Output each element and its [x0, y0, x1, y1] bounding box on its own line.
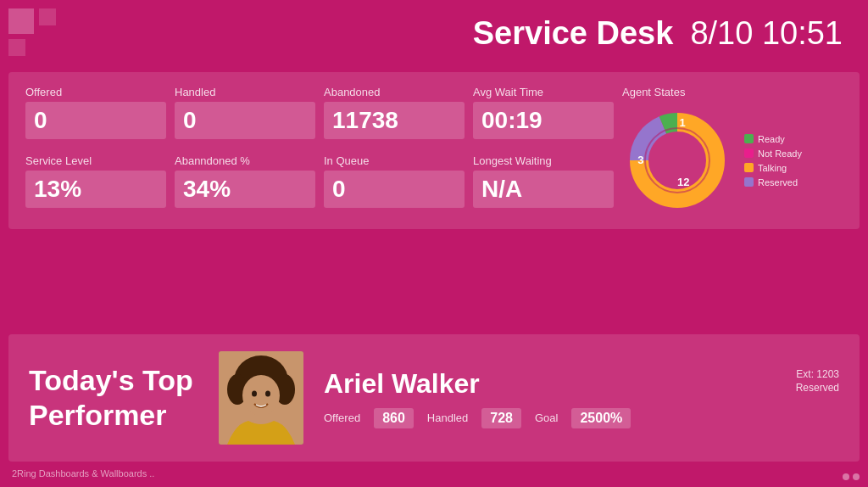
donut-chart: 3 1 12 [622, 105, 732, 216]
abandoned-value: 11738 [332, 107, 398, 133]
legend-reserved: Reserved [744, 177, 802, 188]
performer-avatar [219, 351, 303, 445]
stats-section: Offered 0 Service Level 13% Handled 0 Ab… [8, 72, 860, 229]
performer-status: Reserved [796, 382, 839, 394]
legend-not-ready: Not Ready [744, 148, 802, 159]
in-queue-value: 0 [332, 176, 346, 202]
in-queue-value-box: 0 [324, 171, 465, 208]
performer-stats-row: Offered 860 Handled 728 Goal 2500% [324, 408, 839, 428]
in-queue-label: In Queue [324, 154, 465, 167]
abandoned-pct-label: Abanndoned % [175, 154, 315, 167]
svg-point-10 [265, 391, 270, 397]
wait-group: Avg Wait Time 00:19 Longest Waiting N/A [473, 86, 614, 208]
in-queue-stat: In Queue 0 [324, 154, 465, 208]
ready-label: Ready [758, 134, 785, 144]
perf-handled-label: Handled [427, 411, 468, 424]
abandoned-pct-stat: Abanndoned % 34% [175, 154, 315, 208]
perf-offered-value: 860 [374, 408, 414, 428]
handled-label: Handled [175, 86, 315, 98]
footer: 2Ring Dashboards & Wallboards .. [12, 465, 154, 480]
abandoned-group: Abandoned 11738 In Queue 0 [324, 86, 465, 208]
talking-label: Talking [758, 163, 787, 173]
page-title: Service Desk [473, 15, 674, 52]
handled-value: 0 [183, 107, 197, 133]
offered-value-box: 0 [25, 102, 166, 139]
avg-wait-value-box: 00:19 [473, 102, 614, 139]
legend-ready: Ready [744, 134, 802, 144]
service-level-value-box: 13% [25, 171, 166, 208]
top-performer-section: Today's Top Performer [8, 334, 860, 462]
header: Service Desk 8/10 10:51 [473, 15, 843, 52]
handled-stat: Handled 0 [175, 86, 315, 139]
performer-info: Ariel Walker Ext: 1203 Reserved Offered … [324, 368, 839, 428]
agent-states-group: Agent States 3 1 12 [622, 86, 843, 216]
legend-talking: Talking [744, 163, 802, 173]
longest-waiting-stat: Longest Waiting N/A [473, 154, 614, 208]
dot-2 [853, 473, 860, 480]
service-level-stat: Service Level 13% [25, 154, 166, 208]
longest-waiting-value-box: N/A [473, 171, 614, 208]
performer-meta: Ext: 1203 Reserved [796, 368, 839, 394]
talking-dot [744, 163, 754, 172]
perf-offered-label: Offered [324, 411, 360, 424]
abandoned-pct-value: 34% [183, 176, 231, 202]
agent-states-legend: Ready Not Ready Talking Reserved [744, 134, 802, 188]
perf-goal-label: Goal [535, 411, 558, 424]
not-ready-label: Not Ready [758, 148, 802, 159]
offered-group: Offered 0 Service Level 13% [25, 86, 166, 208]
avg-wait-label: Avg Wait Time [473, 86, 614, 98]
longest-waiting-label: Longest Waiting [473, 154, 614, 167]
donut-label-ready: 1 [680, 116, 686, 129]
top-performer-title: Today's Top Performer [29, 363, 198, 433]
service-level-value: 13% [34, 176, 81, 202]
performer-name-row: Ariel Walker Ext: 1203 Reserved [324, 368, 839, 400]
handled-group: Handled 0 Abanndoned % 34% [175, 86, 315, 208]
dot-1 [843, 473, 849, 480]
offered-label: Offered [25, 86, 166, 98]
not-ready-dot [744, 148, 754, 158]
performer-ext: Ext: 1203 [796, 368, 839, 380]
agent-states-label: Agent States [622, 86, 843, 98]
abandoned-label: Abandoned [324, 86, 465, 98]
perf-goal-value: 2500% [571, 408, 631, 428]
longest-waiting-value: N/A [481, 176, 522, 202]
reserved-label: Reserved [758, 177, 798, 188]
avg-wait-value: 00:19 [481, 107, 542, 133]
donut-label-reserved: 3 [637, 154, 643, 166]
performer-name: Ariel Walker [324, 368, 480, 400]
agent-states-content: 3 1 12 Ready Not Ready Talking [622, 105, 843, 216]
abandoned-stat: Abandoned 11738 [324, 86, 465, 139]
avg-wait-stat: Avg Wait Time 00:19 [473, 86, 614, 139]
decorative-squares [8, 8, 68, 68]
abandoned-value-box: 11738 [324, 102, 465, 139]
perf-handled-value: 728 [481, 408, 521, 428]
decorative-dots-br [843, 473, 860, 480]
svg-point-8 [242, 375, 280, 416]
header-datetime: 8/10 10:51 [690, 15, 843, 52]
handled-value-box: 0 [175, 102, 315, 139]
reserved-dot [744, 177, 754, 187]
abandoned-pct-value-box: 34% [175, 171, 315, 208]
footer-text: 2Ring Dashboards & Wallboards .. [12, 468, 154, 479]
offered-stat: Offered 0 [25, 86, 166, 139]
offered-value: 0 [34, 107, 47, 133]
svg-point-9 [252, 391, 257, 397]
ready-dot [744, 134, 754, 143]
service-level-label: Service Level [25, 154, 166, 167]
donut-label-talking: 12 [677, 176, 689, 188]
